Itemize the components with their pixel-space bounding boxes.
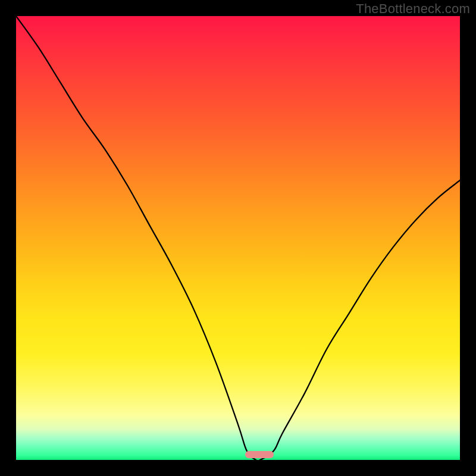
plot-area [16,16,460,460]
chart-frame: TheBottleneck.com [0,0,476,476]
bottleneck-curve [16,16,460,460]
optimal-marker [245,451,274,458]
attribution-text: TheBottleneck.com [356,1,470,17]
